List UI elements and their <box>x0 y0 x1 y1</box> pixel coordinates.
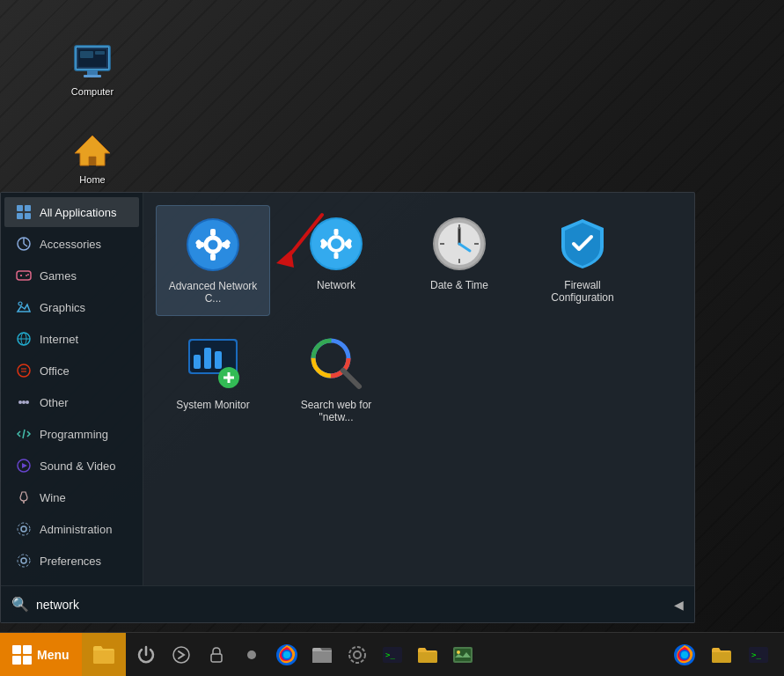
svg-point-88 <box>173 647 189 663</box>
svg-point-29 <box>22 400 26 404</box>
search-icon: 🔍 <box>11 596 29 613</box>
taskbar-firefox-button[interactable] <box>270 638 304 672</box>
lock-icon <box>207 645 226 665</box>
svg-rect-12 <box>25 213 31 219</box>
terminal2-icon: >_ <box>747 643 770 666</box>
app-system-monitor[interactable]: System Monitor <box>156 325 270 434</box>
svg-point-30 <box>26 400 29 404</box>
taskbar-image-button[interactable] <box>446 638 480 672</box>
wine-icon <box>15 489 33 506</box>
svg-rect-6 <box>95 51 105 55</box>
svg-rect-8 <box>89 157 96 165</box>
sidebar-item-graphics[interactable]: Graphics <box>4 292 139 322</box>
taskbar-circle-button[interactable] <box>235 638 268 672</box>
svg-rect-77 <box>215 351 222 369</box>
app-search-web-label: Search web for "netw... <box>286 399 386 423</box>
sidebar-item-administration-label: Administration <box>40 523 112 536</box>
app-search-web[interactable]: Search web for "netw... <box>279 325 393 434</box>
files-icon <box>311 643 333 666</box>
sidebar-item-preferences[interactable]: Preferences <box>4 546 139 576</box>
taskbar-app-icons: >_ <box>126 638 483 672</box>
sidebar-item-wine-label: Wine <box>40 491 66 504</box>
svg-rect-95 <box>312 651 332 663</box>
taskbar-folder2-button[interactable] <box>411 638 444 672</box>
search-clear-button[interactable]: ◀ <box>674 598 684 612</box>
firewall-icon <box>554 216 611 272</box>
sidebar: All Applications Accessories Games <box>1 193 143 585</box>
taskbar-lock-button[interactable] <box>200 638 233 672</box>
svg-rect-75 <box>194 355 201 369</box>
taskbar-terminal2-button[interactable]: >_ <box>742 638 775 672</box>
circle-icon <box>242 645 261 665</box>
sidebar-item-games[interactable]: Games <box>4 261 139 290</box>
menu-button[interactable]: Menu <box>0 633 82 677</box>
app-network-label: Network <box>317 279 355 291</box>
svg-point-96 <box>354 651 361 658</box>
sidebar-item-sound-video-label: Sound & Video <box>40 459 116 473</box>
taskbar-firefox2-button[interactable] <box>668 638 701 672</box>
taskbar-files-button[interactable] <box>305 638 339 672</box>
svg-text:>_: >_ <box>751 650 761 659</box>
sidebar-item-accessories[interactable]: Accessories <box>4 229 139 259</box>
sidebar-item-administration[interactable]: Administration <box>4 514 139 544</box>
desktop: Computer Home All Applications <box>0 0 784 676</box>
app-advanced-network-label: Advanced Network C... <box>164 280 262 305</box>
app-firewall-label: Firewall Configuration <box>532 279 633 304</box>
app-date-time[interactable]: Date & Time <box>402 205 517 316</box>
svg-rect-44 <box>210 229 216 236</box>
svg-rect-5 <box>80 51 93 58</box>
svg-rect-11 <box>17 213 23 219</box>
computer-icon-label: Computer <box>71 86 114 97</box>
sidebar-item-programming-label: Programming <box>40 428 108 441</box>
taskbar-power-button[interactable] <box>129 638 163 672</box>
svg-point-90 <box>247 650 256 659</box>
firefox2-icon <box>672 643 697 667</box>
taskbar-arrow-button[interactable] <box>165 638 198 672</box>
menu-button-label: Menu <box>37 648 70 662</box>
games-icon <box>15 267 33 284</box>
app-firewall[interactable]: Firewall Configuration <box>525 205 640 316</box>
home-icon-label: Home <box>79 174 105 185</box>
svg-point-21 <box>18 302 22 305</box>
svg-point-38 <box>18 555 30 567</box>
svg-rect-10 <box>25 205 31 211</box>
sidebar-item-accessories-label: Accessories <box>40 238 101 251</box>
sidebar-item-office[interactable]: Office <box>4 356 139 386</box>
svg-line-15 <box>24 244 27 246</box>
main-content: Advanced Network C... <box>143 193 694 585</box>
search-input[interactable] <box>36 598 667 612</box>
app-system-monitor-label: System Monitor <box>176 399 249 411</box>
svg-point-25 <box>18 364 30 377</box>
other-icon <box>15 393 33 411</box>
svg-point-97 <box>349 647 365 663</box>
svg-point-105 <box>681 651 688 658</box>
sidebar-item-places[interactable]: Places <box>4 577 139 585</box>
date-time-icon <box>431 216 487 272</box>
sidebar-item-sound-video[interactable]: Sound & Video <box>4 451 139 481</box>
sidebar-item-games-label: Games <box>40 269 77 283</box>
sidebar-item-wine[interactable]: Wine <box>4 482 139 512</box>
taskbar-right-icons: >_ <box>668 638 784 672</box>
app-advanced-network[interactable]: Advanced Network C... <box>156 205 270 316</box>
app-network[interactable]: Network <box>279 205 393 316</box>
desktop-icon-home[interactable]: Home <box>57 123 128 190</box>
taskbar-folder3-button[interactable] <box>705 638 738 672</box>
svg-rect-76 <box>204 348 211 369</box>
svg-point-93 <box>283 651 290 658</box>
network-icon <box>308 216 364 272</box>
taskbar-terminal-button[interactable]: >_ <box>376 638 409 672</box>
folder-icon <box>416 643 439 666</box>
desktop-icon-computer[interactable]: Computer <box>57 35 128 102</box>
advanced-network-icon <box>185 217 241 273</box>
svg-line-31 <box>23 430 25 438</box>
internet-icon <box>15 330 33 348</box>
sidebar-item-internet[interactable]: Internet <box>4 324 139 354</box>
sidebar-item-graphics-label: Graphics <box>40 301 85 314</box>
svg-rect-3 <box>84 75 101 77</box>
taskbar-folder-button[interactable] <box>82 633 126 677</box>
sidebar-item-all-applications[interactable]: All Applications <box>4 197 139 227</box>
taskbar-cog-button[interactable] <box>341 638 374 672</box>
sidebar-item-programming[interactable]: Programming <box>4 419 139 449</box>
menu-body: All Applications Accessories Games <box>1 193 694 585</box>
sidebar-item-other[interactable]: Other <box>4 387 139 417</box>
